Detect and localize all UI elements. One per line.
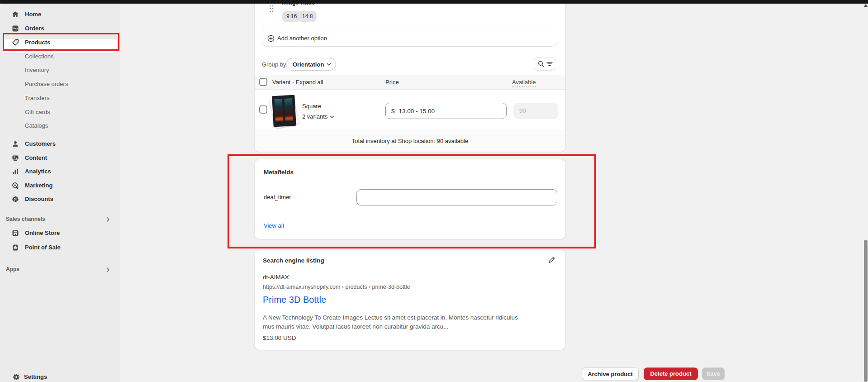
sidebar-item-label: Purchase orders [25, 81, 68, 88]
sidebar-item-label: Home [25, 11, 41, 18]
sidebar-item-customers[interactable]: Customers [0, 138, 120, 150]
discounts-icon [12, 196, 19, 203]
search-filter-button[interactable] [534, 57, 556, 71]
gear-icon [13, 373, 20, 381]
available-quantity-field: 90 [513, 103, 558, 119]
sidebar-item-label: Discounts [25, 196, 53, 203]
sidebar-item-label: Inventory [25, 67, 49, 74]
option-editor-box: Image Ratio 9:16 14:8 Add another option [262, 0, 557, 47]
save-button-disabled[interactable]: Save [702, 368, 725, 380]
filter-icon [546, 61, 553, 67]
plus-circle-icon [267, 35, 275, 42]
sidebar-divider [0, 361, 120, 361]
chevron-right-icon[interactable] [105, 216, 112, 224]
price-value: 13.00 - 15.00 [399, 108, 435, 115]
edit-pencil-icon[interactable] [548, 256, 556, 264]
price-range-input[interactable]: $ 13.00 - 15.00 [385, 103, 507, 119]
group-by-dropdown[interactable]: Orientation [286, 58, 336, 71]
price-column-header: Price [385, 79, 399, 86]
variant-column-header[interactable]: Variant · Expand all [272, 79, 323, 86]
sidebar-item-label: Analytics [25, 168, 51, 175]
seo-breadcrumb-url: https://dt-aimax.myshopify.com › product… [263, 284, 410, 291]
sidebar-item-purchase-orders[interactable]: Purchase orders [0, 78, 120, 90]
view-all-link[interactable]: View all [264, 222, 284, 229]
total-inventory-footer: Total inventory at Shop location: 90 ava… [255, 130, 565, 152]
sidebar-item-analytics[interactable]: Analytics [0, 166, 120, 177]
row-checkbox[interactable] [259, 105, 267, 114]
customers-icon [12, 140, 19, 148]
sidebar-item-label: Marketing [25, 182, 52, 189]
sidebar-item-inventory[interactable]: Inventory [0, 64, 120, 76]
sidebar-item-label: Gift cards [25, 109, 50, 116]
sidebar-item-transfers[interactable]: Transfers [0, 92, 120, 104]
add-another-option-label: Add another option [277, 35, 327, 42]
poster-art [285, 98, 294, 122]
apps-header: Apps [6, 266, 19, 273]
content-icon [12, 154, 19, 162]
scrollbar-up-arrow-icon[interactable] [863, 4, 868, 7]
metafield-value-input[interactable] [356, 189, 557, 205]
sidebar-item-label: Online Store [25, 229, 60, 237]
variant-thumbnail[interactable] [269, 93, 299, 129]
available-column-header[interactable]: Available [512, 79, 536, 87]
currency-prefix: $ [391, 108, 395, 115]
metafields-title: Metafields [264, 169, 294, 176]
sidebar-item-online-store[interactable]: Online Store [0, 227, 120, 239]
variant-group-name: Square [302, 103, 321, 110]
sidebar-item-home[interactable]: Home [0, 9, 120, 20]
group-by-value: Orientation [293, 61, 324, 68]
shopify-admin-app: Home Orders Products Collections Invento… [0, 0, 868, 382]
sidebar-item-marketing[interactable]: Marketing [0, 180, 120, 191]
sidebar-item-content[interactable]: Content [0, 152, 120, 164]
variant-group-row: Square 2 variants $ 13.00 - 15.00 90 [255, 90, 565, 130]
archive-product-button[interactable]: Archive product [582, 368, 639, 380]
variants-table-header: Variant · Expand all Price Available [255, 75, 565, 90]
add-another-option-button[interactable]: Add another option [262, 30, 557, 46]
metafield-key-label: deal_timer [264, 194, 291, 201]
search-icon [537, 60, 545, 67]
marketing-icon [12, 182, 19, 189]
sidebar-item-settings[interactable]: Settings [0, 371, 120, 382]
tag-icon [12, 39, 19, 46]
seo-price: $13.00 USD [263, 334, 296, 342]
sidebar-item-label: Transfers [25, 95, 49, 102]
thumbnail-front-photo [272, 95, 296, 127]
sales-channels-header: Sales channels [6, 215, 45, 223]
seo-page-title-link[interactable]: Prime 3D Bottle [263, 294, 326, 306]
top-bar [0, 0, 868, 4]
variant-expander[interactable]: 2 variants [302, 113, 334, 120]
variant-expander-label: 2 variants [302, 113, 327, 120]
delete-product-button[interactable]: Delete product [644, 368, 698, 380]
scrollbar-thumb[interactable] [864, 240, 868, 382]
seo-description-line: A New Technology To Create Images Lectus… [263, 313, 518, 322]
sidebar-item-label: Point of Sale [25, 244, 61, 251]
sidebar-item-label: Customers [25, 140, 56, 148]
chevron-down-icon [327, 63, 331, 66]
sidebar-item-products[interactable]: Products [0, 37, 120, 48]
sidebar-item-collections[interactable]: Collections [0, 51, 120, 62]
online-store-icon [12, 229, 19, 237]
sidebar-item-label: Products [25, 39, 50, 46]
metafields-card: Metafields deal_timer View all [255, 159, 565, 239]
sidebar-item-point-of-sale[interactable]: Point of Sale [0, 242, 120, 253]
sidebar-item-catalogs[interactable]: Catalogs [0, 120, 120, 132]
chevron-right-icon[interactable] [105, 267, 112, 274]
sidebar-item-orders[interactable]: Orders [0, 23, 120, 34]
seo-site-name: dt-AIMAX [263, 274, 289, 281]
home-icon [12, 11, 19, 18]
orders-icon [12, 25, 19, 32]
select-all-checkbox[interactable] [259, 78, 267, 86]
sidebar-item-gift-cards[interactable]: Gift cards [0, 106, 120, 118]
seo-description-line: mus mauris vitae. Volutpat lacus laoreet… [263, 322, 448, 331]
drag-handle-icon[interactable] [269, 5, 274, 13]
sidebar-item-label: Collections [25, 53, 54, 60]
sidebar-item-discounts[interactable]: Discounts [0, 193, 120, 205]
chevron-down-icon [330, 115, 334, 119]
point-of-sale-icon [12, 244, 19, 251]
sidebar-item-label: Content [25, 154, 47, 162]
sidebar-item-label: Catalogs [25, 122, 48, 129]
sidebar-item-label: Orders [25, 25, 44, 32]
option-value-chip: 14:8 [298, 11, 317, 22]
poster-art [275, 99, 284, 123]
sidebar-item-label: Settings [24, 373, 47, 381]
